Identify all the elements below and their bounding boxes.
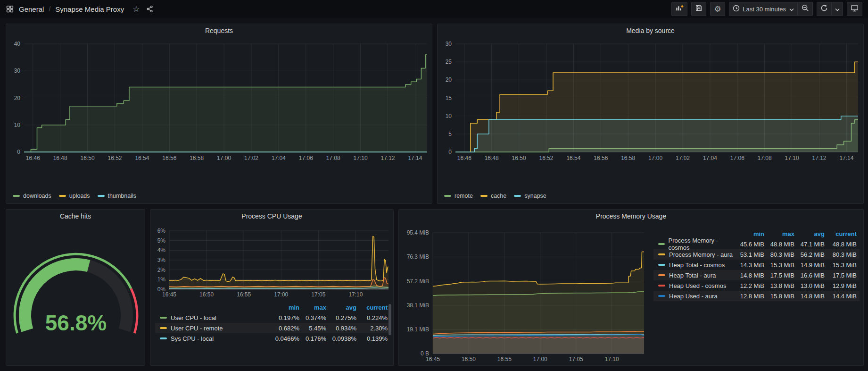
- refresh-button[interactable]: [817, 2, 832, 16]
- x-tick-label: 16:48: [485, 155, 499, 161]
- legend-item[interactable]: uploads: [59, 193, 90, 199]
- legend-item[interactable]: remote: [444, 193, 473, 199]
- legend-swatch: [160, 337, 167, 339]
- x-tick-label: 17:05: [311, 291, 325, 298]
- legend-table-row: User CPU - remote0.682%5.45%0.934%2.30%: [155, 323, 390, 333]
- y-tick-label: 76.3 MiB: [407, 253, 429, 260]
- x-tick-label: 17:10: [348, 291, 363, 298]
- x-tick-label: 16:55: [497, 356, 512, 363]
- legend-series-toggle[interactable]: Heap Used - aura: [658, 293, 734, 300]
- legend-stat-value: 48.8 MiB: [825, 241, 857, 248]
- x-tick-label: 16:50: [462, 356, 476, 363]
- process-memory-legend-table: minmaxavgcurrentProcess Memory - cosmos4…: [653, 228, 860, 301]
- x-tick-label: 16:46: [457, 155, 471, 161]
- legend-series-toggle[interactable]: Heap Total - aura: [658, 272, 734, 279]
- legend-item[interactable]: downloads: [13, 193, 51, 199]
- y-tick-label: 57.2 MiB: [407, 278, 429, 285]
- dashboard-settings-button[interactable]: ⚙: [710, 2, 725, 16]
- legend-series-toggle[interactable]: Process Memory - aura: [658, 251, 734, 258]
- legend-series-label: User CPU - remote: [171, 325, 223, 332]
- legend-swatch: [13, 195, 20, 197]
- requests-chart[interactable]: 16:4616:4816:5016:5216:5416:5616:5817:00…: [6, 24, 433, 204]
- breadcrumb-section[interactable]: General: [19, 5, 44, 13]
- y-tick-label: 30: [14, 67, 21, 74]
- x-tick-label: 17:12: [380, 155, 395, 161]
- breadcrumb-dashboard-title[interactable]: Synapse Media Proxy: [55, 5, 124, 13]
- legend-stat-value: 47.1 MiB: [794, 241, 825, 248]
- legend-swatch: [160, 327, 167, 329]
- zoom-out-time-button[interactable]: [798, 2, 813, 16]
- legend-column-header[interactable]: current: [825, 230, 857, 237]
- legend-stat-value: 80.3 MiB: [825, 251, 857, 258]
- legend-stat-value: 15.3 MiB: [825, 261, 857, 269]
- legend-table-row: User CPU - local0.197%0.374%0.275%0.224%: [155, 312, 390, 323]
- add-panel-button[interactable]: [671, 2, 687, 16]
- legend-column-header[interactable]: min: [272, 304, 299, 311]
- x-tick-label: 16:54: [566, 155, 580, 161]
- save-icon: [695, 4, 703, 14]
- legend-label: thumbnails: [108, 193, 136, 199]
- legend-swatch: [59, 195, 66, 197]
- legend-table-row: Process Memory - cosmos45.6 MiB48.8 MiB4…: [653, 239, 860, 249]
- legend-column-header[interactable]: avg: [794, 230, 825, 237]
- legend-item[interactable]: thumbnails: [98, 193, 136, 199]
- x-tick-label: 16:54: [135, 155, 149, 161]
- legend-stat-value: 0.0466%: [272, 335, 299, 342]
- refresh-interval-button[interactable]: [832, 2, 843, 16]
- legend-swatch: [98, 195, 105, 197]
- legend-series-label: Process Memory - aura: [669, 251, 733, 258]
- apps-grid-icon[interactable]: [6, 5, 14, 13]
- legend-stat-value: 17.5 MiB: [825, 272, 857, 279]
- legend-stat-value: 14.8 MiB: [734, 272, 764, 279]
- media-by-source-legend: remotecachesynapse: [444, 193, 546, 199]
- media-by-source-chart[interactable]: 16:4616:4816:5016:5216:5416:5616:5817:00…: [438, 24, 864, 204]
- legend-column-header[interactable]: max: [299, 304, 326, 311]
- legend-swatch: [658, 295, 665, 297]
- legend-series-label: Heap Total - aura: [669, 272, 716, 279]
- x-tick-label: 17:00: [274, 291, 288, 298]
- legend-series-toggle[interactable]: Heap Total - cosmos: [658, 261, 734, 269]
- legend-stat-value: 56.2 MiB: [794, 251, 825, 258]
- x-tick-label: 16:45: [426, 356, 440, 363]
- time-range-button[interactable]: Last 30 minutes: [729, 2, 798, 16]
- x-tick-label: 17:00: [217, 155, 231, 161]
- legend-series-toggle[interactable]: Process Memory - cosmos: [658, 237, 734, 251]
- legend-series-toggle[interactable]: Heap Used - cosmos: [658, 282, 734, 289]
- y-tick-label: 25: [446, 59, 452, 65]
- y-tick-label: 2%: [157, 267, 166, 273]
- legend-table-row: Process Memory - aura53.1 MiB80.3 MiB56.…: [653, 249, 860, 260]
- panel-process-cpu-usage: Process CPU Usage 16:4516:5016:5517:0017…: [150, 209, 394, 366]
- dashboard-toolbar: ⚙ Last 30 minutes: [671, 2, 862, 16]
- share-icon[interactable]: [146, 5, 154, 13]
- legend-column-header[interactable]: max: [764, 230, 794, 237]
- legend-item[interactable]: synapse: [514, 193, 546, 199]
- legend-series-toggle[interactable]: User CPU - local: [160, 314, 272, 321]
- legend-stat-value: 14.4 MiB: [825, 293, 857, 300]
- save-dashboard-button[interactable]: [691, 2, 706, 16]
- legend-swatch: [658, 285, 665, 287]
- star-icon[interactable]: ☆: [132, 5, 140, 13]
- legend-item[interactable]: cache: [480, 193, 506, 199]
- x-tick-label: 16:55: [237, 291, 251, 298]
- legend-column-header[interactable]: min: [734, 230, 764, 237]
- cycle-view-mode-button[interactable]: [847, 2, 862, 16]
- legend-series-toggle[interactable]: Sys CPU - local: [160, 335, 272, 342]
- legend-series-label: Heap Total - cosmos: [669, 261, 725, 269]
- y-tick-label: 10: [446, 113, 452, 119]
- legend-column-header[interactable]: current: [356, 304, 388, 311]
- x-tick-label: 16:48: [53, 155, 67, 161]
- time-range-label: Last 30 minutes: [743, 6, 786, 13]
- legend-label: cache: [491, 193, 506, 199]
- legend-column-header[interactable]: avg: [326, 304, 356, 311]
- x-tick-label: 17:08: [758, 155, 772, 161]
- legend-stat-value: 80.3 MiB: [764, 251, 794, 258]
- legend-label: synapse: [524, 193, 546, 199]
- legend-stat-value: 12.2 MiB: [734, 282, 764, 289]
- legend-swatch: [658, 274, 665, 276]
- y-tick-label: 19.1 MiB: [407, 326, 429, 333]
- legend-scrollbar[interactable]: [389, 304, 391, 335]
- x-tick-label: 17:14: [839, 155, 853, 161]
- legend-stat-value: 15.8 MiB: [764, 293, 794, 300]
- x-tick-label: 16:52: [539, 155, 553, 161]
- legend-series-toggle[interactable]: User CPU - remote: [160, 325, 272, 332]
